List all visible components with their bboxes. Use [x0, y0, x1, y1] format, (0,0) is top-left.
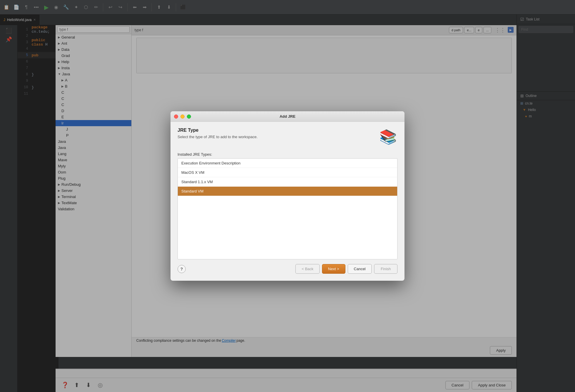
jre-list-item-2[interactable]: Standard 1.1.x VM	[178, 177, 397, 187]
dialog-body: JRE Type Select the type of JRE to add t…	[171, 122, 404, 281]
jre-list-item-1[interactable]: MacOS X VM	[178, 168, 397, 177]
help-button[interactable]: ?	[178, 265, 186, 273]
jre-icon: 📚	[379, 128, 397, 146]
next-button[interactable]: Next >	[322, 264, 345, 274]
jre-list-item-0[interactable]: Execution Environment Description	[178, 159, 397, 168]
window-minimize-btn[interactable]	[180, 115, 185, 119]
window-maximize-btn[interactable]	[187, 115, 191, 119]
dialog-footer: ? < Back Next > Cancel Finish	[178, 259, 397, 275]
dialog-heading: JRE Type	[178, 128, 258, 133]
jre-list[interactable]: Execution Environment Description MacOS …	[178, 158, 397, 259]
dialog-top: JRE Type Select the type of JRE to add t…	[178, 128, 397, 146]
dialog-title: Add JRE	[280, 114, 295, 119]
dialog-header-text: JRE Type Select the type of JRE to add t…	[178, 128, 258, 139]
window-buttons	[174, 115, 191, 119]
installed-jre-label: Installed JRE Types:	[178, 152, 397, 157]
cancel-button[interactable]: Cancel	[348, 264, 372, 274]
dialog-titlebar: Add JRE	[171, 111, 404, 122]
dialog-description: Select the type of JRE to add to the wor…	[178, 135, 258, 139]
back-button[interactable]: < Back	[295, 264, 319, 274]
add-jre-dialog: Add JRE JRE Type Select the type of JRE …	[171, 111, 404, 281]
window-close-btn[interactable]	[174, 115, 178, 119]
finish-button[interactable]: Finish	[374, 264, 397, 274]
jre-list-item-3[interactable]: Standard VM	[178, 187, 397, 196]
modal-overlay: Add JRE JRE Type Select the type of JRE …	[0, 0, 575, 392]
